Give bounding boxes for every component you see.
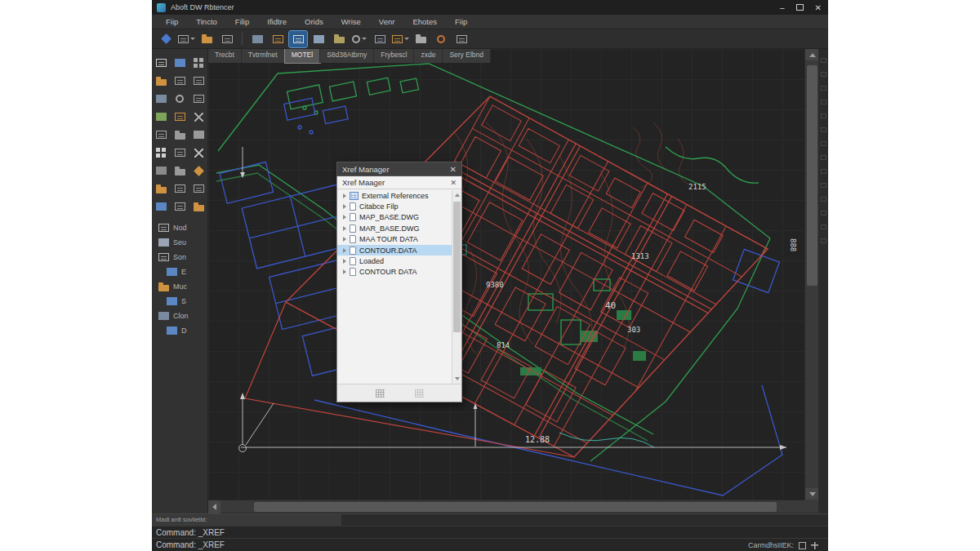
- palette-tool-button[interactable]: [152, 54, 171, 72]
- menu-item[interactable]: Filip: [226, 16, 258, 28]
- palette-tool-button[interactable]: [152, 180, 171, 198]
- palette-tool-button[interactable]: [171, 72, 189, 90]
- palette-tool-button[interactable]: [189, 90, 208, 108]
- layout-tab[interactable]: S8d38Atbrny: [320, 49, 374, 63]
- menu-item[interactable]: Tincto: [187, 16, 226, 28]
- list-view-icon[interactable]: [376, 389, 385, 398]
- xref-tree-item[interactable]: External References: [337, 190, 452, 201]
- palette-tool-button[interactable]: [152, 144, 171, 162]
- open-folder-button[interactable]: [412, 31, 430, 47]
- layout-tab[interactable]: Sery Elbnd: [443, 49, 491, 63]
- copy-button[interactable]: [310, 31, 327, 47]
- palette-list-item[interactable]: E: [152, 264, 207, 279]
- palette-tool-button[interactable]: [189, 180, 208, 198]
- horizontal-scroll-thumb[interactable]: [254, 502, 777, 512]
- expand-arrow-icon[interactable]: [343, 193, 346, 198]
- layout-tab[interactable]: Trecbt: [208, 49, 242, 63]
- layout-tab[interactable]: zxde: [414, 49, 443, 63]
- xref-scroll-down[interactable]: [452, 374, 462, 384]
- menu-item[interactable]: Ehotes: [403, 16, 446, 28]
- expand-arrow-icon[interactable]: [343, 269, 346, 274]
- scroll-up-button[interactable]: [805, 49, 819, 60]
- palette-list-item[interactable]: Nod: [152, 220, 207, 235]
- xref-tree-item[interactable]: MAP_BASE.DWG: [337, 212, 452, 223]
- maximize-button[interactable]: [796, 4, 804, 11]
- expand-arrow-icon[interactable]: [343, 259, 346, 264]
- layout-tab[interactable]: MOTEl: [285, 49, 320, 63]
- properties-button[interactable]: [391, 31, 409, 47]
- xref-scrollbar[interactable]: [452, 190, 461, 384]
- xref-inner-close-icon[interactable]: ✕: [450, 179, 457, 187]
- expand-arrow-icon[interactable]: [343, 248, 346, 253]
- xref-tree-item[interactable]: MAR_BASE.DWG: [337, 223, 452, 233]
- palette-list-item[interactable]: D: [152, 323, 207, 338]
- open-button[interactable]: [177, 31, 195, 47]
- palette-tool-button[interactable]: [189, 126, 208, 144]
- scroll-down-button[interactable]: [805, 488, 819, 500]
- palette-tool-button[interactable]: [171, 108, 189, 126]
- xref-tree-item[interactable]: Citabce Filp: [337, 201, 452, 211]
- palette-list-item[interactable]: Seu: [152, 235, 207, 250]
- menu-item[interactable]: Ifidtre: [258, 16, 296, 28]
- print-button[interactable]: [371, 31, 389, 47]
- xref-tree-item[interactable]: MAA TOUR DATA: [337, 234, 452, 245]
- palette-list-item[interactable]: S: [152, 294, 207, 309]
- find-button[interactable]: [350, 31, 368, 47]
- xref-tree-item[interactable]: CONTOUR DATA: [337, 267, 452, 278]
- grid-toggle-icon[interactable]: [799, 542, 806, 549]
- palette-tool-button[interactable]: [171, 162, 189, 180]
- expand-arrow-icon[interactable]: [343, 237, 346, 242]
- close-button[interactable]: ✕: [815, 3, 822, 12]
- palette-tool-button[interactable]: [152, 90, 171, 108]
- palette-tool-button[interactable]: [189, 72, 208, 90]
- attach-reference-button[interactable]: [289, 31, 307, 47]
- drawing-canvas[interactable]: TrecbtTvtrmfnetMOTElS8d38AtbrnyFrybesclz…: [208, 49, 804, 500]
- palette-tool-button[interactable]: [189, 108, 208, 126]
- palette-tool-button[interactable]: [171, 54, 189, 72]
- render-button[interactable]: [432, 31, 450, 47]
- command-line-input[interactable]: Command: _XREF CarmdhsIIEK:: [152, 538, 828, 551]
- palette-tool-button[interactable]: [171, 126, 189, 144]
- xref-tree-item[interactable]: Loaded: [337, 256, 452, 266]
- layout-tab[interactable]: Tvtrmfnet: [242, 49, 285, 63]
- menu-item[interactable]: Fiip: [157, 16, 187, 28]
- palette-list-item[interactable]: Clon: [152, 309, 207, 323]
- vertical-scroll-thumb[interactable]: [807, 65, 817, 286]
- expand-arrow-icon[interactable]: [343, 204, 346, 209]
- new-drawing-button[interactable]: [157, 31, 175, 47]
- palette-list-item[interactable]: Muc: [152, 279, 207, 294]
- menu-item[interactable]: Orids: [296, 16, 332, 28]
- palette-tool-button[interactable]: [152, 198, 171, 216]
- expand-arrow-icon[interactable]: [343, 226, 346, 231]
- palette-tool-button[interactable]: [189, 162, 208, 180]
- expand-arrow-icon[interactable]: [343, 215, 346, 220]
- xref-scroll-up[interactable]: [452, 190, 462, 200]
- vertical-scrollbar[interactable]: [804, 49, 818, 500]
- menu-item[interactable]: Wrise: [332, 16, 370, 28]
- save-button[interactable]: [198, 31, 216, 47]
- palette-tool-button[interactable]: [152, 162, 171, 180]
- export-button[interactable]: [218, 31, 236, 47]
- paste-button[interactable]: [248, 31, 266, 47]
- tree-view-icon[interactable]: [415, 389, 424, 398]
- xref-panel-close-icon[interactable]: ✕: [450, 165, 457, 174]
- menu-item[interactable]: Fiip: [446, 16, 476, 28]
- lock-button[interactable]: [330, 31, 348, 47]
- xref-scroll-thumb[interactable]: [453, 202, 461, 332]
- palette-tool-button[interactable]: [152, 108, 171, 126]
- palette-tool-button[interactable]: [171, 144, 189, 162]
- layout-button[interactable]: [269, 31, 287, 47]
- sheet-set-button[interactable]: [452, 31, 470, 47]
- scroll-left-button[interactable]: [208, 500, 220, 513]
- layout-tab[interactable]: Frybescl: [374, 49, 414, 63]
- xref-panel-titlebar[interactable]: Xref Manager ✕: [336, 162, 462, 176]
- snap-toggle-icon[interactable]: [811, 542, 818, 549]
- palette-tool-button[interactable]: [152, 126, 171, 144]
- palette-tool-button[interactable]: [189, 144, 208, 162]
- xref-tree-item[interactable]: CONTOUR.DATA: [337, 245, 452, 256]
- menu-item[interactable]: Venr: [370, 16, 404, 28]
- palette-tool-button[interactable]: [189, 198, 208, 216]
- horizontal-scrollbar[interactable]: [208, 500, 804, 513]
- palette-list-item[interactable]: Son: [152, 250, 207, 264]
- minimize-button[interactable]: –: [780, 3, 785, 12]
